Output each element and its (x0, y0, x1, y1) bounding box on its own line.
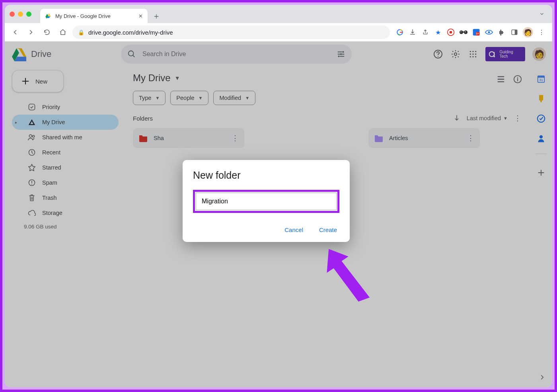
drive-logo[interactable]: Drive (11, 47, 115, 61)
svg-point-32 (470, 56, 471, 57)
svg-point-20 (129, 51, 134, 56)
extensions-puzzle-icon[interactable] (497, 28, 506, 37)
sidebar-item-label: Spam (42, 179, 57, 186)
help-button[interactable] (433, 49, 443, 59)
new-button[interactable]: New (12, 70, 64, 92)
filter-type[interactable]: Type▼ (133, 91, 166, 105)
folder-more-button[interactable]: ⋮ (467, 134, 474, 142)
svg-point-41 (33, 135, 35, 137)
bookmark-star-icon[interactable]: ★ (434, 28, 442, 37)
nav-forward-button[interactable] (25, 26, 37, 39)
search-options-icon[interactable] (337, 50, 345, 59)
sort-direction-button[interactable] (453, 114, 460, 123)
reload-button[interactable] (41, 26, 53, 39)
more-options-button[interactable]: ⋮ (514, 114, 521, 123)
extension-glasses-icon[interactable] (459, 28, 468, 37)
tab-close-icon[interactable]: ✕ (138, 13, 143, 19)
nav-back-button[interactable] (9, 26, 21, 39)
svg-text:9+: 9+ (476, 32, 479, 35)
extension-adblock-icon[interactable] (446, 28, 455, 37)
dialog-title: New folder (193, 170, 339, 181)
svg-point-30 (472, 53, 473, 55)
sidebar-item-recent[interactable]: Recent (12, 145, 119, 160)
calendar-panel-button[interactable]: 31 (536, 74, 546, 84)
arrow-left-icon (12, 29, 19, 36)
new-folder-dialog: New folder Cancel Create (183, 160, 350, 242)
details-button[interactable] (513, 75, 522, 85)
side-panel-collapse-button[interactable] (539, 374, 546, 382)
svg-point-27 (472, 51, 473, 52)
tabs-dropdown-button[interactable] (536, 8, 547, 20)
share-icon[interactable] (421, 28, 430, 37)
svg-rect-48 (540, 101, 541, 102)
folder-more-button[interactable]: ⋮ (232, 134, 239, 142)
browser-menu-button[interactable]: ⋮ (537, 28, 546, 37)
drive-search[interactable] (121, 45, 352, 64)
svg-point-33 (472, 56, 473, 57)
contacts-panel-button[interactable] (536, 134, 546, 143)
section-label: Folders (133, 115, 153, 122)
caret-down-icon: ▼ (503, 116, 508, 121)
download-icon[interactable] (408, 28, 417, 37)
google-side-panel: 31 (530, 67, 552, 387)
google-apps-button[interactable] (468, 49, 478, 59)
sidebar-item-trash[interactable]: Trash (12, 190, 119, 205)
browser-tab[interactable]: My Drive - Google Drive ✕ (40, 9, 148, 23)
list-view-button[interactable] (497, 75, 505, 85)
arrow-down-icon (453, 114, 460, 121)
breadcrumb[interactable]: My Drive ▼ (133, 72, 521, 84)
sort-field-button[interactable]: Last modified ▼ (467, 115, 508, 121)
svg-point-9 (460, 31, 461, 32)
search-input[interactable] (142, 50, 331, 58)
google-search-icon[interactable] (395, 28, 404, 37)
window-close-button[interactable] (10, 12, 15, 17)
lock-icon: 🔒 (78, 29, 84, 35)
sidebar-item-label: Storage (42, 210, 62, 216)
star-icon (28, 164, 36, 172)
new-tab-button[interactable]: ＋ (151, 10, 162, 21)
chrome-profile-avatar[interactable]: 🧑 (523, 27, 533, 37)
window-zoom-button[interactable] (26, 12, 31, 17)
cloud-icon (28, 209, 36, 217)
folder-icon (138, 134, 148, 142)
org-badge[interactable]: Guiding Tech (485, 47, 525, 61)
addons-button[interactable] (536, 168, 546, 177)
extensions-row: ★ 9+ 🧑 ⋮ (393, 27, 548, 37)
annotation-highlight (193, 190, 339, 213)
folder-icon (374, 134, 384, 142)
extension-badge-icon[interactable]: 9+ (472, 28, 481, 37)
tasks-panel-button[interactable] (536, 114, 546, 123)
window-controls (10, 12, 31, 17)
account-avatar[interactable]: 🧑 (532, 47, 546, 61)
svg-point-23 (340, 53, 342, 55)
sidepanel-toggle-icon[interactable] (510, 28, 519, 37)
cancel-button[interactable]: Cancel (282, 223, 306, 236)
clock-icon (28, 148, 36, 156)
breadcrumb-label: My Drive (133, 72, 171, 84)
settings-button[interactable] (450, 49, 461, 59)
caret-down-icon: ▼ (175, 75, 180, 81)
home-button[interactable] (56, 26, 69, 39)
create-button[interactable]: Create (317, 223, 339, 236)
sidebar-item-priority[interactable]: Priority (12, 99, 119, 115)
sidebar-item-shared[interactable]: Shared with me (12, 130, 119, 145)
folder-name-input[interactable] (196, 193, 337, 210)
sidebar-item-my-drive[interactable]: ▸ My Drive (12, 115, 119, 130)
drive-favicon-icon (45, 13, 51, 19)
sidebar-item-starred[interactable]: Starred (12, 160, 119, 175)
section-header: Folders Last modified ▼ ⋮ (133, 114, 521, 123)
folder-card[interactable]: Articles ⋮ (368, 128, 480, 148)
sidebar-item-spam[interactable]: Spam (12, 175, 119, 190)
extension-eye-icon[interactable] (485, 28, 493, 37)
window-minimize-button[interactable] (18, 12, 23, 17)
folder-card[interactable]: Sha ⋮ (133, 128, 244, 148)
sidebar-item-storage[interactable]: Storage (12, 205, 119, 220)
filter-people[interactable]: People▼ (170, 91, 208, 105)
svg-point-26 (470, 51, 471, 52)
svg-point-36 (493, 56, 495, 57)
svg-point-5 (450, 31, 452, 34)
keep-panel-button[interactable] (536, 94, 546, 103)
filter-chips: Type▼ People▼ Modified▼ (133, 91, 521, 105)
filter-modified[interactable]: Modified▼ (213, 91, 255, 105)
address-bar[interactable]: 🔒 drive.google.com/drive/my-drive (72, 25, 390, 39)
